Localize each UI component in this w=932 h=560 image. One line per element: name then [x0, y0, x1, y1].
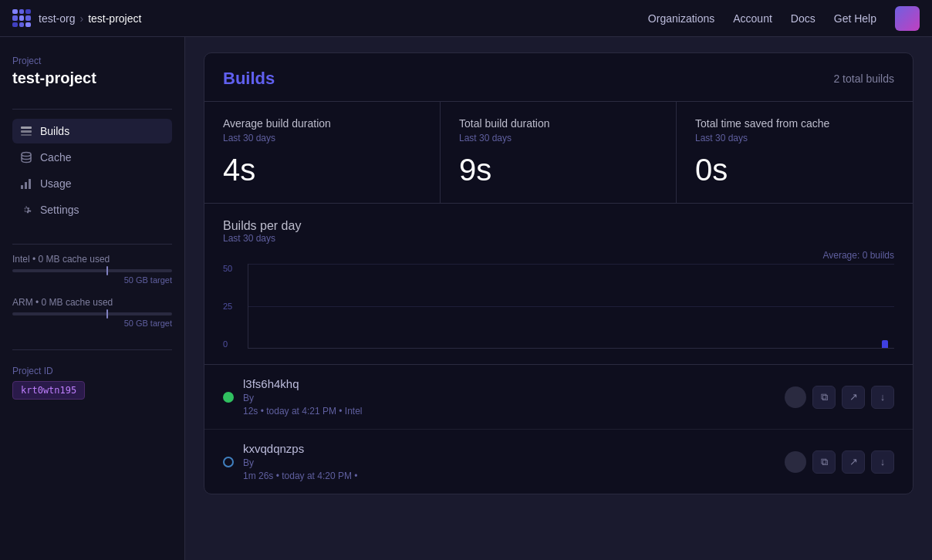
stat-avg-value: 4s [223, 153, 421, 187]
usage-icon [20, 177, 32, 190]
build-download-btn-1[interactable]: ↓ [871, 386, 894, 409]
app-logo[interactable] [12, 9, 31, 28]
user-avatar[interactable] [895, 6, 920, 31]
build-external-btn-2[interactable]: ↗ [842, 450, 865, 474]
stat-total-value: 9s [459, 153, 657, 187]
build-info-1: l3fs6h4khq By 12s • today at 4:21 PM • I… [243, 377, 775, 417]
build-list: l3fs6h4khq By 12s • today at 4:21 PM • I… [204, 365, 913, 494]
build-actions-1: ⧉ ↗ ↓ [785, 386, 894, 409]
build-copy-btn-1[interactable]: ⧉ [812, 386, 836, 409]
build-copy-btn-2[interactable]: ⧉ [812, 450, 836, 474]
breadcrumb-org[interactable]: test-org [39, 12, 75, 25]
sidebar-project-name: test-project [12, 69, 172, 87]
stats-row: Average build duration Last 30 days 4s T… [204, 102, 913, 204]
stat-time-saved: Total time saved from cache Last 30 days… [677, 102, 913, 203]
sidebar-item-usage[interactable]: Usage [12, 171, 172, 196]
main-content: Builds 2 total builds Average build dura… [185, 37, 932, 560]
arm-cache-target: 50 GB target [12, 319, 172, 328]
sidebar-item-cache[interactable]: Cache [12, 145, 172, 170]
arm-cache-bar [12, 312, 172, 315]
build-external-btn-1[interactable]: ↗ [842, 386, 865, 409]
project-id-badge[interactable]: krt0wtn195 [12, 381, 85, 400]
sidebar-item-usage-label: Usage [40, 177, 71, 190]
builds-panel: Builds 2 total builds Average build dura… [204, 52, 913, 494]
sidebar-divider-2 [12, 244, 172, 245]
sidebar-item-cache-label: Cache [40, 151, 71, 164]
project-id-section: Project ID krt0wtn195 [12, 366, 172, 400]
intel-cache-section: Intel • 0 MB cache used 50 GB target [12, 254, 172, 285]
chart-bar-recent [882, 340, 888, 348]
build-by-1: By [243, 393, 775, 403]
top-navigation: test-org › test-project Organizations Ac… [0, 0, 932, 37]
nav-organizations[interactable]: Organizations [648, 12, 714, 25]
svg-rect-0 [21, 127, 32, 129]
build-id-1[interactable]: l3fs6h4khq [243, 377, 775, 390]
chart-sublabel: Last 30 days [223, 233, 894, 244]
main-layout: Project test-project Builds Cach [0, 37, 932, 560]
build-avatar-2 [785, 451, 806, 473]
build-id-2[interactable]: kxvqdqnzps [243, 442, 775, 455]
build-actions-2: ⧉ ↗ ↓ [785, 450, 894, 474]
sidebar: Project test-project Builds Cach [0, 37, 185, 560]
chart-container: 50 25 0 [223, 264, 894, 364]
build-status-info-icon [223, 457, 234, 467]
breadcrumb-sep-1: › [79, 12, 83, 25]
chart-y-25: 25 [223, 302, 245, 311]
chart-y-50: 50 [223, 264, 245, 273]
sidebar-nav: Builds Cache Usage [12, 119, 172, 222]
chart-title: Builds per day [223, 219, 894, 233]
build-item-2: kxvqdqnzps By 1m 26s • today at 4:20 PM … [204, 430, 913, 494]
sidebar-item-builds[interactable]: Builds [12, 119, 172, 143]
chart-area [248, 264, 894, 349]
intel-cache-bar [12, 269, 172, 272]
svg-rect-6 [29, 179, 31, 189]
settings-icon [20, 204, 32, 216]
top-nav-right: Organizations Account Docs Get Help [648, 6, 920, 31]
builds-icon [20, 125, 32, 137]
build-avatar-1 [785, 386, 806, 408]
svg-rect-5 [25, 182, 27, 189]
stat-saved-sublabel: Last 30 days [695, 133, 894, 143]
chart-avg-label: Average: 0 builds [223, 250, 894, 261]
chart-section: Builds per day Last 30 days Average: 0 b… [204, 204, 913, 365]
sidebar-project-label: Project [12, 56, 172, 66]
chart-y-labels: 50 25 0 [223, 264, 245, 349]
build-download-btn-2[interactable]: ↓ [871, 450, 894, 474]
chart-gridline-25 [248, 306, 894, 307]
svg-point-3 [22, 153, 31, 157]
builds-total: 2 total builds [833, 73, 894, 85]
svg-rect-1 [21, 130, 32, 133]
nav-account[interactable]: Account [733, 12, 772, 25]
sidebar-item-settings-label: Settings [40, 204, 79, 216]
arm-cache-section: ARM • 0 MB cache used 50 GB target [12, 297, 172, 328]
builds-title: Builds [223, 69, 275, 89]
stat-total-build-duration: Total build duration Last 30 days 9s [441, 102, 677, 203]
stat-avg-build-duration: Average build duration Last 30 days 4s [204, 102, 441, 203]
stat-saved-value: 0s [695, 153, 894, 187]
chart-gridline-50 [248, 264, 894, 265]
breadcrumb: test-org › test-project [39, 12, 141, 25]
chart-y-0: 0 [223, 339, 245, 349]
stat-avg-sublabel: Last 30 days [223, 133, 421, 143]
builds-header: Builds 2 total builds [204, 53, 913, 102]
intel-cache-label: Intel • 0 MB cache used [12, 254, 172, 265]
breadcrumb-project[interactable]: test-project [88, 12, 141, 25]
intel-cache-target: 50 GB target [12, 275, 172, 285]
nav-docs[interactable]: Docs [791, 12, 816, 25]
build-meta-1: 12s • today at 4:21 PM • Intel [243, 406, 775, 417]
sidebar-item-settings[interactable]: Settings [12, 197, 172, 222]
cache-icon [20, 151, 32, 164]
sidebar-divider-1 [12, 109, 172, 110]
stat-saved-label: Total time saved from cache [695, 117, 894, 130]
nav-get-help[interactable]: Get Help [834, 12, 876, 25]
project-id-label: Project ID [12, 366, 172, 376]
stat-total-sublabel: Last 30 days [459, 133, 657, 143]
build-item: l3fs6h4khq By 12s • today at 4:21 PM • I… [204, 365, 913, 430]
build-info-2: kxvqdqnzps By 1m 26s • today at 4:20 PM … [243, 442, 775, 481]
stat-total-label: Total build duration [459, 117, 657, 130]
svg-rect-4 [21, 185, 23, 189]
arm-cache-label: ARM • 0 MB cache used [12, 297, 172, 308]
sidebar-divider-3 [12, 349, 172, 350]
build-by-2: By [243, 457, 775, 468]
svg-rect-2 [21, 134, 32, 136]
